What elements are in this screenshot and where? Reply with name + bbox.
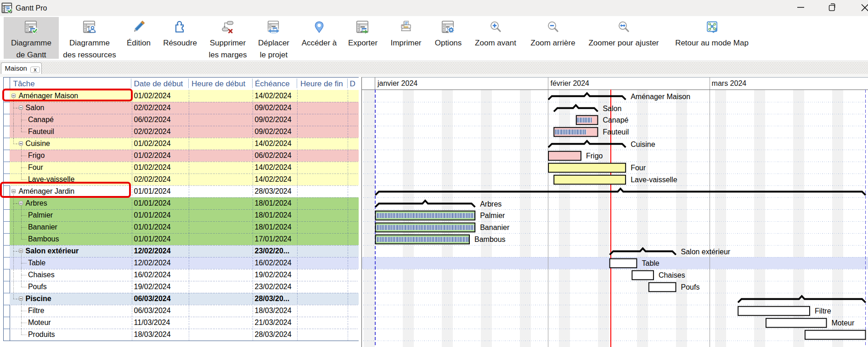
svg-text:Fauteuil: Fauteuil (603, 128, 629, 136)
svg-text:Canapé: Canapé (603, 116, 628, 124)
svg-text:Chaises: Chaises (658, 271, 685, 279)
svg-text:Frigo: Frigo (586, 152, 603, 160)
svg-text:Bambous: Bambous (474, 235, 506, 243)
svg-text:Salon extérieur: Salon extérieur (681, 247, 730, 255)
svg-text:Aménager Maison: Aménager Maison (631, 92, 690, 100)
svg-text:Table: Table (642, 259, 659, 267)
svg-text:Four: Four (631, 164, 646, 172)
svg-text:Bananier: Bananier (480, 224, 510, 231)
svg-text:Filtre: Filtre (815, 307, 831, 315)
svg-text:Arbres: Arbres (480, 200, 502, 207)
svg-text:Lave-vaisselle: Lave-vaisselle (631, 176, 677, 184)
svg-text:Cuisine: Cuisine (631, 140, 655, 148)
svg-text:Palmier: Palmier (480, 212, 505, 219)
svg-text:Poufs: Poufs (681, 283, 699, 291)
svg-text:Moteur: Moteur (831, 319, 854, 327)
svg-text:Salon: Salon (603, 104, 621, 112)
